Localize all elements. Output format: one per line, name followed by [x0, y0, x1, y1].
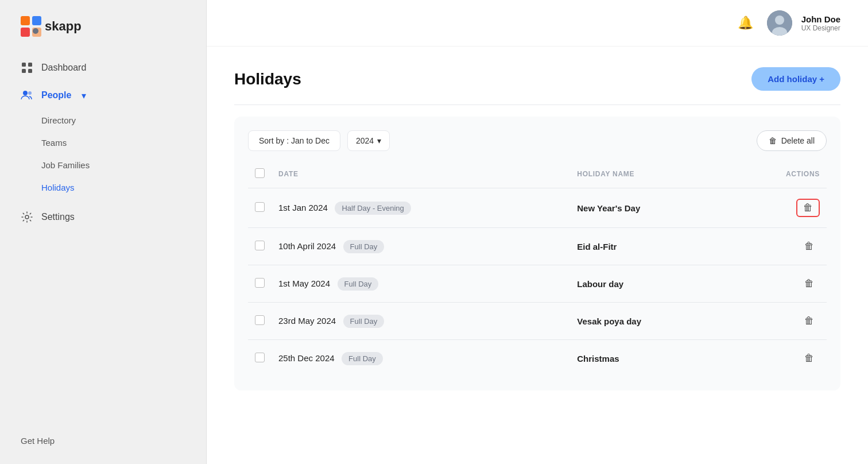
table-body: 1st Jan 2024 Half Day - Evening New Year…: [248, 188, 827, 377]
sidebar: skapp Dashboard People ▾ Directory Teams…: [0, 0, 207, 464]
content-header: Holidays Add holiday +: [234, 67, 840, 91]
delete-all-button[interactable]: 🗑 Delete all: [757, 130, 827, 151]
row-checkbox-cell: [248, 188, 272, 228]
sidebar-item-holidays[interactable]: Holidays: [0, 176, 206, 199]
row-checkbox-cell: [248, 228, 272, 265]
sidebar-item-directory[interactable]: Directory: [0, 109, 206, 132]
row-type: Full Day: [343, 315, 385, 328]
skapp-logo-icon: [21, 16, 41, 37]
svg-rect-6: [28, 63, 32, 67]
year-select[interactable]: 2024 ▾: [347, 130, 390, 151]
row-actions: 🗑: [729, 303, 827, 340]
holidays-table-container: Sort by : Jan to Dec 2024 ▾ 🗑 Delete all: [234, 117, 840, 390]
row-type: Full Day: [343, 240, 385, 253]
row-date: 25th Dec 2024: [278, 353, 335, 363]
row-checkbox[interactable]: [255, 278, 265, 288]
main-content: 🔔 John Doe UX Designer Holidays Add holi…: [207, 0, 868, 464]
row-date: 1st May 2024: [278, 279, 330, 288]
svg-point-4: [33, 28, 38, 34]
row-checkbox-cell: [248, 303, 272, 340]
row-checkbox[interactable]: [255, 353, 265, 362]
row-type: Full Day: [338, 277, 379, 291]
row-checkbox[interactable]: [255, 202, 265, 212]
settings-label: Settings: [41, 212, 75, 222]
row-holiday-name: New Year's Day: [570, 188, 729, 228]
sidebar-item-settings[interactable]: Settings: [0, 203, 206, 231]
svg-rect-5: [22, 63, 26, 67]
row-actions: 🗑: [729, 228, 827, 265]
svg-rect-1: [32, 16, 41, 25]
table-row: 10th April 2024 Full Day Eid al-Fitr 🗑: [248, 228, 827, 265]
table-row: 25th Dec 2024 Full Day Christmas 🗑: [248, 340, 827, 377]
sort-button[interactable]: Sort by : Jan to Dec: [248, 130, 340, 151]
avatar: [767, 10, 792, 36]
delete-row-button[interactable]: 🗑: [799, 350, 820, 366]
sidebar-item-teams[interactable]: Teams: [0, 132, 206, 154]
svg-rect-0: [21, 16, 30, 25]
sidebar-item-dashboard[interactable]: Dashboard: [0, 54, 206, 82]
row-date: 23rd May 2024: [278, 316, 336, 326]
sidebar-item-people[interactable]: People ▾: [0, 82, 206, 109]
svg-point-11: [25, 215, 29, 219]
avatar-image: [767, 10, 792, 36]
table-row: 23rd May 2024 Full Day Vesak poya day 🗑: [248, 303, 827, 340]
delete-row-button[interactable]: 🗑: [799, 276, 820, 292]
sidebar-item-job-families[interactable]: Job Families: [0, 154, 206, 176]
add-holiday-button[interactable]: Add holiday +: [751, 67, 840, 91]
row-type: Half Day - Evening: [335, 202, 410, 215]
people-label: People: [41, 90, 71, 100]
svg-point-13: [775, 16, 784, 25]
svg-rect-8: [28, 69, 32, 73]
settings-icon: [21, 211, 33, 223]
th-select-all: [248, 163, 272, 188]
select-all-checkbox[interactable]: [255, 168, 265, 178]
row-checkbox-cell: [248, 340, 272, 377]
trash-icon: 🗑: [769, 136, 777, 145]
svg-rect-7: [22, 69, 26, 73]
row-holiday-name: Eid al-Fitr: [570, 228, 729, 265]
row-holiday-name: Vesak poya day: [570, 303, 729, 340]
user-role: UX Designer: [801, 24, 840, 32]
sidebar-logo: skapp: [0, 0, 206, 48]
top-header: 🔔 John Doe UX Designer: [207, 0, 868, 47]
row-date: 1st Jan 2024: [278, 203, 328, 212]
row-date: 10th April 2024: [278, 241, 336, 251]
th-holiday-name: HOLIDAY NAME: [570, 163, 729, 188]
delete-row-button[interactable]: 🗑: [799, 313, 820, 329]
row-type: Full Day: [342, 352, 383, 365]
people-submenu: Directory Teams Job Families Holidays: [0, 109, 206, 199]
row-checkbox[interactable]: [255, 241, 265, 250]
get-help-link[interactable]: Get Help: [0, 422, 206, 464]
notification-bell-icon[interactable]: 🔔: [738, 16, 753, 30]
people-dropdown-icon: ▾: [82, 90, 86, 101]
dashboard-icon: [21, 61, 33, 74]
th-date: DATE: [272, 163, 570, 188]
delete-all-label: Delete all: [781, 136, 815, 145]
dashboard-label: Dashboard: [41, 63, 86, 73]
table-row: 1st May 2024 Full Day Labour day 🗑: [248, 265, 827, 303]
row-holiday-name: Christmas: [570, 340, 729, 377]
user-name: John Doe: [801, 14, 840, 24]
page-content: Holidays Add holiday + Sort by : Jan to …: [207, 47, 868, 464]
table-toolbar: Sort by : Jan to Dec 2024 ▾ 🗑 Delete all: [248, 130, 827, 151]
svg-point-10: [28, 91, 32, 95]
row-actions: 🗑: [729, 188, 827, 228]
row-holiday-name: Labour day: [570, 265, 729, 303]
row-actions: 🗑: [729, 265, 827, 303]
people-icon: [21, 89, 33, 102]
delete-row-button[interactable]: 🗑: [799, 238, 820, 254]
svg-point-9: [23, 91, 28, 95]
row-checkbox[interactable]: [255, 315, 265, 325]
header-divider: [234, 105, 840, 105]
delete-row-button[interactable]: 🗑: [796, 199, 820, 217]
sidebar-nav: Dashboard People ▾ Directory Teams Job F…: [0, 48, 206, 422]
th-actions: ACTIONS: [729, 163, 827, 188]
year-value: 2024: [356, 136, 374, 145]
logo-text: skapp: [45, 19, 82, 34]
year-dropdown-icon: ▾: [377, 136, 381, 145]
svg-rect-2: [21, 28, 30, 37]
row-checkbox-cell: [248, 265, 272, 303]
toolbar-left: Sort by : Jan to Dec 2024 ▾: [248, 130, 390, 151]
table-row: 1st Jan 2024 Half Day - Evening New Year…: [248, 188, 827, 228]
row-actions: 🗑: [729, 340, 827, 377]
